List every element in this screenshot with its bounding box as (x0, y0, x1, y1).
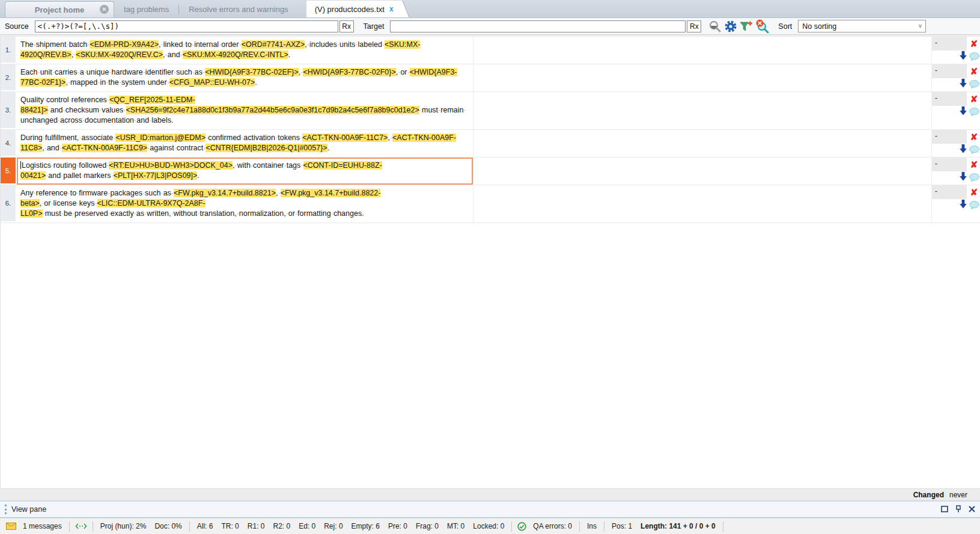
space-mark: · (52, 68, 55, 76)
filter-lookup-icon[interactable] (707, 19, 723, 34)
comment-bubble-icon[interactable] (968, 78, 980, 91)
messages-envelope-icon[interactable] (6, 523, 16, 530)
filter-settings-gear-icon[interactable] (723, 19, 738, 34)
space-mark: · (183, 40, 185, 49)
segment-row[interactable]: 1.The·shipment·batch·<EDM-PRD-X9A42>,·li… (1, 37, 980, 64)
segment-number[interactable]: 3. (1, 92, 17, 129)
not-translated-arrow-icon (960, 200, 967, 211)
target-cell[interactable] (473, 130, 932, 157)
source-filter-input[interactable] (35, 20, 338, 32)
space-mark: · (58, 116, 60, 124)
segment-number[interactable]: 4. (1, 130, 17, 157)
source-text: Each·unit·carries·a·unique·hardware·iden… (20, 68, 205, 76)
track-changes-arrows-icon[interactable] (75, 523, 87, 530)
target-regex-toggle[interactable]: Rx (687, 20, 701, 32)
tab-resolve-errors-warnings[interactable]: Resolve errors and warnings (179, 1, 297, 17)
space-mark: · (235, 161, 237, 170)
space-mark: · (68, 78, 70, 87)
source-cell[interactable]: Logistics·routing·followed·<RT:EU>HU>BUD… (17, 158, 473, 185)
sort-dropdown[interactable]: No sorting ˅ (798, 20, 926, 32)
length-counter: Length: 141 + 0 / 0 + 0 (641, 522, 716, 530)
source-text: The·shipment·batch· (20, 40, 90, 49)
target-cell[interactable] (473, 158, 932, 185)
space-mark: · (134, 209, 136, 218)
comment-bubble-icon[interactable] (968, 171, 980, 184)
source-regex-toggle[interactable]: Rx (339, 20, 354, 32)
segment-number[interactable]: 6. (1, 185, 17, 222)
segment-row[interactable]: 5.Logistics·routing·followed·<RT:EU>HU>B… (1, 158, 980, 185)
source-cell[interactable]: The·shipment·batch·<EDM-PRD-X9A42>,·link… (17, 37, 473, 64)
count-item: Locked: 0 (473, 522, 504, 530)
source-cell[interactable]: Quality·control·references·<QC_REF[2025-… (17, 92, 473, 129)
status-cell[interactable]: - (932, 37, 968, 64)
target-filter-input[interactable] (390, 20, 686, 32)
status-cell[interactable]: - (932, 130, 968, 157)
drag-handle-icon[interactable] (5, 505, 7, 514)
tab-tag-problems[interactable]: tag problems (114, 1, 178, 17)
source-cell[interactable]: Any·reference·to·firmware·packages·such·… (17, 185, 473, 222)
flags-cell[interactable]: ✘ (968, 185, 980, 222)
flags-cell[interactable]: ✘ (968, 130, 980, 157)
space-mark: · (134, 116, 136, 124)
view-pane-bar[interactable]: View pane (0, 500, 980, 518)
source-cell[interactable]: During·fulfillment,·associate·<USR_ID:ma… (17, 130, 473, 157)
target-cell[interactable] (473, 37, 932, 64)
messages-count[interactable]: 1 messages (23, 522, 62, 530)
status-cell[interactable]: - (932, 158, 968, 185)
flags-cell[interactable]: ✘ (968, 64, 980, 91)
flags-cell[interactable]: ✘ (968, 92, 980, 129)
clear-filter-magnifier-x-icon[interactable] (754, 19, 770, 34)
comment-bubble-icon[interactable] (968, 51, 980, 63)
segment-row[interactable]: 6.Any·reference·to·firmware·packages·suc… (1, 185, 980, 223)
source-text: Logistics·routing·followed· (22, 161, 109, 170)
space-mark: · (34, 40, 36, 49)
comment-bubble-icon[interactable] (968, 144, 980, 156)
tab-project-home[interactable]: Project home ✕ (5, 1, 114, 17)
not-translated-arrow-icon (960, 51, 967, 63)
target-cell[interactable] (473, 185, 932, 222)
flags-cell[interactable]: ✘ (968, 37, 980, 64)
space-mark: · (144, 209, 147, 218)
close-icon[interactable] (969, 506, 975, 514)
source-text: ·confirmed·activation·tokens· (205, 134, 302, 142)
space-mark: · (77, 199, 79, 207)
close-icon[interactable]: ✕ (100, 5, 109, 14)
segment-number[interactable]: 5. (1, 158, 17, 185)
space-mark: · (84, 68, 87, 76)
close-icon[interactable]: x (389, 5, 394, 13)
comment-bubble-icon[interactable] (968, 199, 980, 212)
not-translated-arrow-icon (960, 172, 967, 183)
segment-row[interactable]: 4.During·fulfillment,·associate·<USR_ID:… (1, 130, 980, 158)
space-mark: · (50, 199, 53, 207)
status-cell[interactable]: - (932, 64, 968, 91)
segment-number[interactable]: 1. (1, 37, 17, 64)
match-rate: - (932, 130, 968, 144)
inline-tag: <RT:EU>HU>BUD-WH3>DOCK_04> (109, 161, 233, 170)
source-cell[interactable]: Each·unit·carries·a·unique·hardware·iden… (17, 64, 473, 91)
source-text: Any·reference·to·firmware·packages·such·… (20, 189, 174, 197)
source-text: ,·and· (42, 144, 62, 152)
flags-cell[interactable]: ✘ (968, 158, 980, 185)
space-mark: · (161, 189, 163, 197)
insert-mode[interactable]: Ins (587, 522, 597, 530)
segment-number[interactable]: 2. (1, 64, 17, 91)
comment-bubble-icon[interactable] (968, 106, 980, 118)
memoq-translation-editor: Project home ✕ tag problems Resolve erro… (0, 0, 980, 534)
segment-row[interactable]: 3.Quality·control·references·<QC_REF[202… (1, 92, 980, 130)
tab-project-home-label: Project home (35, 5, 84, 14)
float-window-icon[interactable] (941, 506, 948, 514)
space-mark: · (300, 161, 303, 170)
not-translated-arrow-icon (960, 79, 967, 90)
status-cell[interactable]: - (932, 92, 968, 129)
add-filter-funnel-plus-icon[interactable] (738, 19, 754, 34)
space-mark: · (438, 106, 440, 114)
pin-icon[interactable] (955, 505, 961, 514)
view-pane-title: View pane (11, 505, 941, 514)
target-cell[interactable] (473, 92, 932, 129)
inline-tag: <CNTR{EDM|B2B|2026-Q1|#0057}> (205, 144, 327, 152)
space-mark: · (68, 189, 70, 197)
segment-row[interactable]: 2.Each·unit·carries·a·unique·hardware·id… (1, 64, 980, 92)
status-cell[interactable]: - (932, 185, 968, 222)
tab-document-productcodes[interactable]: (V) productcodes.txt x (306, 1, 400, 17)
target-cell[interactable] (473, 64, 932, 91)
